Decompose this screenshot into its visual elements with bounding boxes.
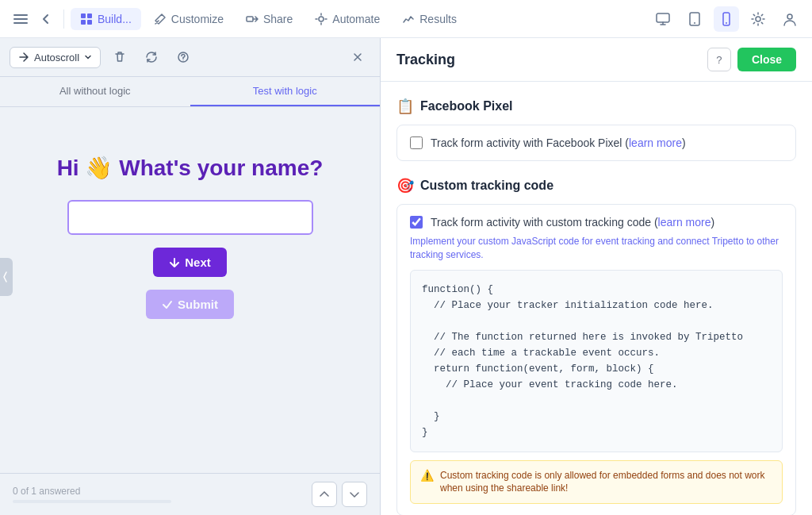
svg-point-15: [787, 14, 792, 19]
delete-icon[interactable]: [107, 44, 132, 70]
warning-icon: ⚠️: [420, 469, 434, 482]
nav-right-icons: [650, 6, 802, 32]
left-panel: Autoscroll All without logic Test with l…: [0, 38, 381, 515]
custom-section-title: 🎯 Custom tracking code: [396, 177, 796, 194]
right-panel: Tracking ? Close 📋 Facebook Pixel Track …: [381, 38, 812, 515]
svg-rect-9: [657, 13, 669, 22]
svg-rect-0: [13, 14, 28, 16]
refresh-icon[interactable]: [139, 44, 164, 70]
custom-learn-more-link[interactable]: learn more: [658, 216, 711, 229]
submit-button[interactable]: Submit: [146, 290, 234, 319]
settings-icon[interactable]: [745, 6, 771, 32]
tab-automate[interactable]: Automate: [305, 8, 389, 30]
tab-results[interactable]: Results: [393, 8, 466, 30]
right-header: Tracking ? Close: [381, 38, 812, 82]
top-navigation: Build... Customize Share Automate Result…: [0, 0, 812, 38]
warning-text: Custom tracking code is only allowed for…: [440, 469, 772, 496]
form-preview: Hi 👋 What's your name? Next Submit: [0, 107, 380, 515]
tab-test-with-logic[interactable]: Test with logic: [190, 77, 381, 106]
form-nav-down[interactable]: [342, 482, 367, 507]
svg-point-11: [694, 22, 695, 24]
mobile-icon[interactable]: [714, 6, 739, 32]
progress-bar: [13, 500, 171, 503]
custom-section-box: Track form activity with custom tracking…: [396, 204, 796, 515]
facebook-learn-more-link[interactable]: learn more: [629, 136, 682, 149]
svg-point-8: [319, 17, 324, 21]
tab-customize[interactable]: Customize: [144, 8, 233, 30]
tab-share[interactable]: Share: [236, 8, 302, 30]
svg-rect-3: [81, 13, 86, 18]
svg-rect-6: [87, 20, 92, 25]
help-icon[interactable]: [170, 44, 196, 70]
right-content: 📋 Facebook Pixel Track form activity wit…: [381, 82, 812, 515]
progress-info: 0 of 1 answered: [13, 486, 171, 503]
nav-divider: [63, 10, 64, 29]
tab-all-without-logic[interactable]: All without logic: [0, 77, 190, 106]
form-bottom-bar: 0 of 1 answered: [0, 473, 380, 515]
form-nav-buttons: [312, 482, 367, 507]
custom-hint-text: Implement your custom JavaScript code fo…: [410, 235, 783, 262]
main-layout: Autoscroll All without logic Test with l…: [0, 38, 812, 515]
svg-point-13: [726, 22, 727, 24]
form-name-input[interactable]: [67, 200, 313, 235]
svg-rect-5: [81, 20, 86, 25]
tablet-icon[interactable]: [682, 6, 707, 32]
autoscroll-button[interactable]: Autoscroll: [10, 47, 101, 68]
svg-rect-2: [13, 22, 28, 24]
svg-rect-7: [247, 17, 253, 21]
tab-build[interactable]: Build...: [71, 8, 141, 30]
facebook-checkbox-row: Track form activity with Facebook Pixel …: [410, 136, 783, 149]
back-icon[interactable]: [35, 8, 57, 30]
custom-checkbox-row: Track form activity with custom tracking…: [410, 216, 783, 229]
close-button[interactable]: Close: [737, 48, 796, 71]
svg-rect-4: [87, 13, 92, 18]
facebook-checkbox[interactable]: [410, 136, 423, 149]
panel-title: Tracking: [396, 52, 707, 68]
svg-point-14: [756, 17, 760, 21]
form-question: Hi 👋 What's your name?: [57, 155, 324, 181]
menu-icon[interactable]: [10, 8, 32, 30]
left-tabs: All without logic Test with logic: [0, 77, 380, 107]
form-nav-up[interactable]: [312, 482, 337, 507]
left-edge-toggle[interactable]: [0, 258, 13, 296]
help-button[interactable]: ?: [707, 48, 731, 71]
facebook-section-title: 📋 Facebook Pixel: [396, 98, 796, 115]
facebook-section-box: Track form activity with Facebook Pixel …: [396, 125, 796, 161]
warning-box: ⚠️ Custom tracking code is only allowed …: [410, 460, 783, 505]
next-button[interactable]: Next: [153, 248, 227, 277]
left-toolbar: Autoscroll: [0, 38, 380, 77]
custom-tracking-checkbox[interactable]: [410, 216, 423, 229]
code-editor[interactable]: function() { // Place your tracker initi…: [410, 270, 783, 452]
desktop-icon[interactable]: [650, 6, 676, 32]
svg-rect-1: [13, 18, 28, 20]
close-left-panel-icon[interactable]: [345, 44, 370, 70]
user-icon[interactable]: [777, 6, 802, 32]
svg-point-17: [183, 60, 184, 61]
